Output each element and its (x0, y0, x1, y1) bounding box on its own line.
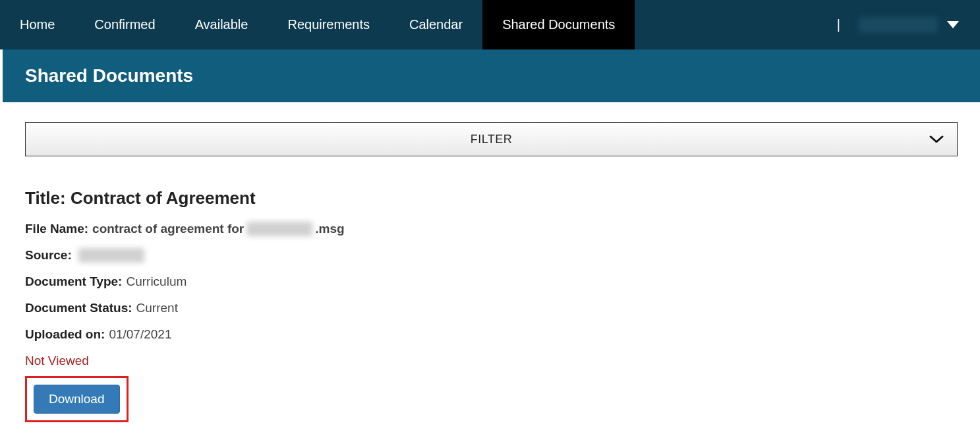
file-name-suffix: .msg (315, 222, 344, 236)
document-type-row: Document Type: Curriculum (25, 274, 958, 289)
uploaded-on-row: Uploaded on: 01/07/2021 (25, 327, 958, 342)
nav-requirements[interactable]: Requirements (268, 0, 389, 49)
document-status-label: Document Status: (25, 301, 132, 315)
document-type-value: Curriculum (126, 274, 187, 289)
nav-confirmed[interactable]: Confirmed (74, 0, 175, 49)
file-name-prefix: contract of agreement for (92, 222, 244, 236)
nav-home[interactable]: Home (0, 0, 74, 49)
download-button[interactable]: Download (34, 385, 120, 414)
chevron-down-icon (929, 135, 944, 144)
file-name-label: File Name: (25, 222, 88, 236)
user-name-redacted (859, 17, 938, 33)
source-value-redacted (78, 248, 144, 263)
top-nav: Home Confirmed Available Requirements Ca… (0, 0, 980, 49)
nav-shared-documents[interactable]: Shared Documents (482, 0, 635, 49)
view-status: Not Viewed (25, 354, 958, 368)
filter-label: FILTER (471, 133, 513, 146)
document-status-row: Document Status: Current (25, 301, 958, 315)
uploaded-on-label: Uploaded on: (25, 327, 105, 342)
nav-divider: | (832, 17, 846, 32)
nav-calendar[interactable]: Calendar (389, 0, 482, 49)
caret-down-icon (947, 21, 959, 28)
document-title-value: Contract of Agreement (71, 188, 256, 208)
filter-toggle[interactable]: FILTER (25, 122, 958, 156)
download-highlight: Download (25, 376, 129, 422)
file-name-redacted (246, 222, 312, 236)
document-title-label: Title: (25, 188, 66, 208)
source-row: Source: (25, 248, 958, 263)
document-status-value: Current (136, 301, 178, 315)
page-title: Shared Documents (0, 49, 980, 102)
content-area: FILTER Title: Contract of Agreement File… (0, 102, 980, 442)
file-name-row: File Name: contract of agreement for .ms… (25, 222, 958, 236)
document-type-label: Document Type: (25, 274, 122, 289)
uploaded-on-value: 01/07/2021 (109, 327, 171, 342)
source-label: Source: (25, 248, 72, 263)
user-menu[interactable] (846, 17, 967, 33)
document-title: Title: Contract of Agreement (25, 188, 958, 208)
nav-available[interactable]: Available (175, 0, 268, 49)
